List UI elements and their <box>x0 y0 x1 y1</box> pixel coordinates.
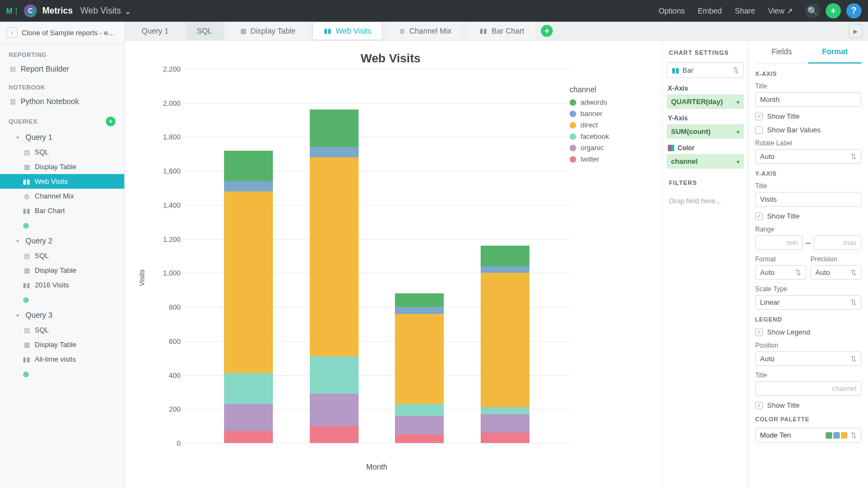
legend-item[interactable]: banner <box>570 110 646 118</box>
tab-sql[interactable]: SQL <box>186 22 224 40</box>
add-tab-button[interactable]: + <box>541 25 553 37</box>
query-child-item[interactable]: ◍Channel Mix <box>0 189 124 203</box>
query-group[interactable]: ▾Query 2 <box>0 233 124 248</box>
bar-segment-twitter[interactable] <box>224 431 273 443</box>
workspace-avatar-icon[interactable]: C <box>24 4 37 17</box>
legend-dot <box>570 111 576 117</box>
fields-tab[interactable]: Fields <box>755 41 808 63</box>
bar-segment-organic[interactable] <box>395 416 444 435</box>
bar-segment-facebook[interactable] <box>395 404 444 416</box>
filters-dropzone[interactable]: Drop field here... <box>667 192 744 209</box>
y-show-title-checkbox[interactable] <box>755 213 763 220</box>
bar-segment-twitter[interactable] <box>310 426 359 443</box>
add-query-child[interactable]: ⊕ <box>0 292 124 307</box>
bar-segment-facebook[interactable] <box>224 373 273 403</box>
query-child-item[interactable]: ▮▮All-time visits <box>0 352 124 367</box>
query-child-item[interactable]: ▮▮Bar Chart <box>0 203 124 218</box>
expand-button[interactable]: ▸ <box>848 24 863 38</box>
query-child-item[interactable]: ▤SQL <box>0 323 124 337</box>
y-title-input[interactable] <box>755 192 861 207</box>
view-link[interactable]: View↗ <box>768 7 793 15</box>
x-axis-field[interactable]: QUARTER(day) <box>667 94 744 109</box>
options-link[interactable]: Options <box>659 7 685 15</box>
color-field[interactable]: channel <box>667 154 744 169</box>
query-child-item[interactable]: ▮▮Web Visits <box>0 174 124 189</box>
add-query-child[interactable]: ⊕ <box>0 367 124 382</box>
query-child-item[interactable]: ▦Display Table <box>0 337 124 352</box>
legend-item[interactable]: adwords <box>570 98 646 106</box>
bar-segment-direct[interactable] <box>395 314 444 404</box>
scale-type-select[interactable]: Linear⇅ <box>755 295 861 310</box>
bar-segment-organic[interactable] <box>224 404 273 431</box>
show-bar-values-checkbox[interactable] <box>755 126 763 134</box>
y-axis-field[interactable]: SUM(count) <box>667 124 744 139</box>
legend-label: facebook <box>580 132 609 140</box>
format-select[interactable]: Auto⇅ <box>755 265 806 280</box>
bar-segment-direct[interactable] <box>310 157 359 356</box>
tab-query-1[interactable]: Query 1 <box>130 22 180 40</box>
bar-segment-twitter[interactable] <box>395 434 444 443</box>
range-max-input[interactable] <box>814 235 861 250</box>
bar-segment-twitter[interactable] <box>481 433 529 443</box>
x-title-input[interactable] <box>755 92 861 107</box>
bar-segment-direct[interactable] <box>224 191 273 374</box>
legend-item[interactable]: facebook <box>570 132 646 140</box>
bar-segment-banner[interactable] <box>310 147 359 157</box>
legend-item[interactable]: twitter <box>570 155 646 163</box>
bar-segment-direct[interactable] <box>481 273 529 407</box>
rotate-label-select[interactable]: Auto⇅ <box>755 149 861 164</box>
tab-channel-mix[interactable]: ◍Channel Mix <box>388 22 463 40</box>
bar-segment-facebook[interactable] <box>310 356 359 394</box>
precision-select[interactable]: Auto⇅ <box>810 265 861 280</box>
format-tab[interactable]: Format <box>808 41 861 63</box>
workspace-title[interactable]: Metrics <box>42 6 73 16</box>
breadcrumb[interactable]: Clone of Sample reports - ea... <box>22 29 118 37</box>
page-title-dropdown[interactable]: Web Visits ⌄ <box>80 6 131 16</box>
x-show-title-checkbox[interactable] <box>755 113 763 120</box>
share-link[interactable]: Share <box>735 7 755 15</box>
legend-title-input[interactable] <box>755 381 861 396</box>
search-button[interactable]: 🔍 <box>805 3 820 18</box>
query-group[interactable]: ▾Query 1 <box>0 130 124 145</box>
query-child-item[interactable]: ▤SQL <box>0 248 124 263</box>
add-query-child[interactable]: ⊕ <box>0 218 124 233</box>
legend-show-title-checkbox[interactable] <box>755 402 763 409</box>
embed-link[interactable]: Embed <box>698 7 722 15</box>
bar-segment-facebook[interactable] <box>481 407 529 414</box>
chart-type-select[interactable]: ▮▮Bar⇅ <box>667 62 744 78</box>
legend-item[interactable]: direct <box>570 121 646 129</box>
bar-segment-banner[interactable] <box>481 266 529 273</box>
bar-segment-adwords[interactable] <box>310 110 359 147</box>
bar-segment-banner[interactable] <box>395 307 444 314</box>
tab-label: SQL <box>197 27 212 35</box>
python-notebook-item[interactable]: ▥Python Notebook <box>0 94 124 109</box>
show-legend-checkbox[interactable] <box>755 329 763 336</box>
bar-segment-banner[interactable] <box>224 181 273 191</box>
query-group[interactable]: ▾Query 3 <box>0 307 124 323</box>
bar-segment-organic[interactable] <box>310 394 359 426</box>
y-tick: 0 <box>154 439 181 447</box>
bar-column: Q3 <box>395 293 444 443</box>
report-builder-item[interactable]: ▤Report Builder <box>0 61 124 76</box>
query-child-item[interactable]: ▦Display Table <box>0 263 124 278</box>
add-query-button[interactable]: + <box>106 117 116 126</box>
query-child-item[interactable]: ▦Display Table <box>0 159 124 174</box>
legend-label: banner <box>580 110 602 118</box>
bar-segment-adwords[interactable] <box>395 293 444 307</box>
query-name: Query 2 <box>25 236 53 245</box>
query-child-item[interactable]: ▮▮2016 Visits <box>0 278 124 292</box>
range-min-input[interactable] <box>755 235 803 250</box>
tab-web-visits[interactable]: ▮▮Web Visits <box>312 22 383 40</box>
query-child-item[interactable]: ▤SQL <box>0 145 124 159</box>
back-button[interactable]: ‹ <box>7 27 17 38</box>
tab-bar-chart[interactable]: ▮▮Bar Chart <box>468 22 535 40</box>
new-button[interactable]: + <box>826 3 841 18</box>
legend-position-select[interactable]: Auto⇅ <box>755 351 861 366</box>
bar-segment-adwords[interactable] <box>481 246 529 266</box>
bar-segment-organic[interactable] <box>481 414 529 433</box>
user-avatar[interactable]: ? <box>846 3 861 18</box>
tab-display-table[interactable]: ▦Display Table <box>229 22 307 40</box>
legend-item[interactable]: organic <box>570 144 646 152</box>
bar-segment-adwords[interactable] <box>224 151 273 181</box>
palette-select[interactable]: Mode Ten ⇅ <box>755 428 861 442</box>
